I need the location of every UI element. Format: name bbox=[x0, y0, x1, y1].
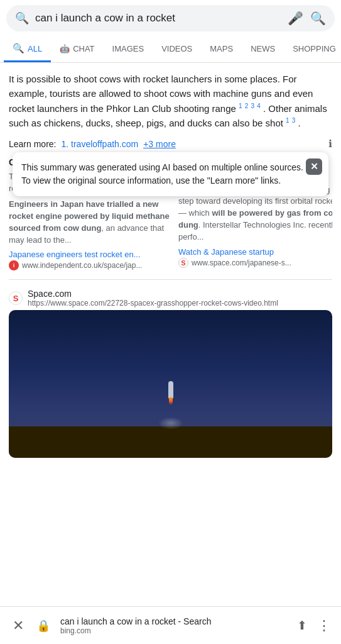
tab-images[interactable]: IMAGES bbox=[104, 38, 153, 62]
result-source-line: S Space.com https://www.space.com/22728-… bbox=[9, 289, 332, 308]
bottom-bar: ✕ 🔒 can i launch a cow in a rocket - Sea… bbox=[0, 606, 341, 644]
rocket-flame bbox=[169, 397, 173, 405]
summary-ref-3b[interactable]: 3 bbox=[292, 117, 296, 124]
result-favicon: S bbox=[9, 291, 23, 305]
info-icon[interactable]: ℹ bbox=[328, 138, 332, 150]
learn-more-row: Learn more: 1. traveloffpath.com +3 more… bbox=[9, 138, 332, 150]
divider-1 bbox=[9, 279, 332, 280]
microphone-icon[interactable]: 🎤 bbox=[287, 10, 303, 26]
tab-videos-label: VIDEOS bbox=[161, 44, 192, 53]
rocket-body bbox=[168, 381, 173, 399]
ai-disclaimer-popup: This summary was generated using AI base… bbox=[13, 152, 328, 196]
video-thumbnail[interactable] bbox=[9, 310, 332, 458]
chat-icon: 🤖 bbox=[60, 44, 70, 53]
tab-videos[interactable]: VIDEOS bbox=[153, 38, 201, 62]
result-source-url: https://www.space.com/22728-spacex-grass… bbox=[28, 299, 278, 308]
nav-tabs: 🔍 ALL 🤖 CHAT IMAGES VIDEOS MAPS NEWS SHO… bbox=[0, 36, 341, 63]
card2-source: S www.space.com/japanese-s... bbox=[178, 258, 332, 268]
summary-ref-1[interactable]: 1 bbox=[239, 103, 242, 109]
tab-maps-label: MAPS bbox=[210, 44, 233, 53]
ai-disclaimer-text: This summary was generated using AI base… bbox=[21, 162, 303, 186]
tab-all-label: ALL bbox=[28, 44, 42, 53]
tab-news[interactable]: NEWS bbox=[242, 38, 284, 62]
card2-source-icon: S bbox=[178, 258, 188, 268]
card1-link[interactable]: Japanese engineers test rocket en... bbox=[9, 250, 172, 259]
search-input[interactable] bbox=[35, 12, 281, 25]
ai-disclaimer-close-button[interactable]: ✕ bbox=[306, 158, 322, 175]
main-content: It is possible to shoot cows with rocket… bbox=[0, 63, 341, 458]
more-options-icon[interactable]: ⋮ bbox=[317, 618, 331, 634]
summary-ref-3[interactable]: 3 bbox=[251, 103, 255, 109]
learn-more-link[interactable]: 1. traveloffpath.com bbox=[61, 139, 138, 149]
bottom-bar-domain: bing.com bbox=[60, 626, 290, 635]
summary-ref-1b[interactable]: 1 bbox=[286, 117, 290, 124]
tab-shopping[interactable]: SHOPPING bbox=[284, 38, 341, 62]
share-icon[interactable]: ⬆ bbox=[297, 618, 307, 633]
card1-source-url: www.independent.co.uk/space/jap... bbox=[22, 261, 142, 270]
close-button[interactable]: ✕ bbox=[10, 615, 26, 636]
spacecom-result: S Space.com https://www.space.com/22728-… bbox=[9, 289, 332, 458]
card1-source: i www.independent.co.uk/space/jap... bbox=[9, 260, 172, 270]
search-icon-leading: 🔍 bbox=[15, 11, 29, 25]
card1-body2: Engineers in Japan have trialled a new r… bbox=[9, 199, 172, 246]
tab-all[interactable]: 🔍 ALL bbox=[4, 36, 51, 62]
card2-body-bold: will be powered by gas from cow dung bbox=[178, 208, 332, 230]
card2-link[interactable]: Watch & Japanese startup bbox=[178, 247, 332, 257]
tab-shopping-label: SHOPPING bbox=[293, 44, 336, 53]
lock-icon: 🔒 bbox=[34, 616, 53, 635]
summary-text-part3: . bbox=[298, 118, 301, 128]
video-smoke bbox=[158, 417, 183, 430]
tab-news-label: NEWS bbox=[251, 44, 275, 53]
tab-maps[interactable]: MAPS bbox=[201, 38, 242, 62]
tab-chat-label: CHAT bbox=[73, 44, 94, 53]
learn-more-more[interactable]: +3 more bbox=[143, 139, 176, 149]
card1-source-icon: i bbox=[9, 260, 19, 270]
result-source-name: Space.com bbox=[28, 289, 278, 299]
summary-block: It is possible to shoot cows with rocket… bbox=[9, 72, 332, 130]
card1-body2-bold: Engineers in Japan have trialled a new r… bbox=[9, 199, 170, 233]
search-submit-icon[interactable]: 🔍 bbox=[310, 10, 326, 26]
tab-images-label: IMAGES bbox=[112, 44, 144, 53]
summary-ref-2[interactable]: 2 bbox=[245, 103, 249, 109]
all-icon: 🔍 bbox=[13, 43, 24, 54]
bottom-bar-title: can i launch a cow in a rocket - Search bbox=[60, 616, 290, 626]
summary-ref-4[interactable]: 4 bbox=[257, 103, 261, 109]
result-source-info: Space.com https://www.space.com/22728-sp… bbox=[28, 289, 278, 308]
video-rocket bbox=[168, 381, 173, 399]
card2-source-url: www.space.com/japanese-s... bbox=[192, 258, 291, 267]
video-ground bbox=[9, 426, 332, 458]
learn-more-label: Learn more: bbox=[9, 139, 56, 149]
bottom-bar-actions: ⬆ ⋮ bbox=[297, 618, 331, 634]
tab-chat[interactable]: 🤖 CHAT bbox=[51, 38, 103, 62]
bottom-bar-title-block: can i launch a cow in a rocket - Search … bbox=[60, 616, 290, 635]
search-bar: 🔍 🎤 🔍 bbox=[6, 5, 335, 31]
